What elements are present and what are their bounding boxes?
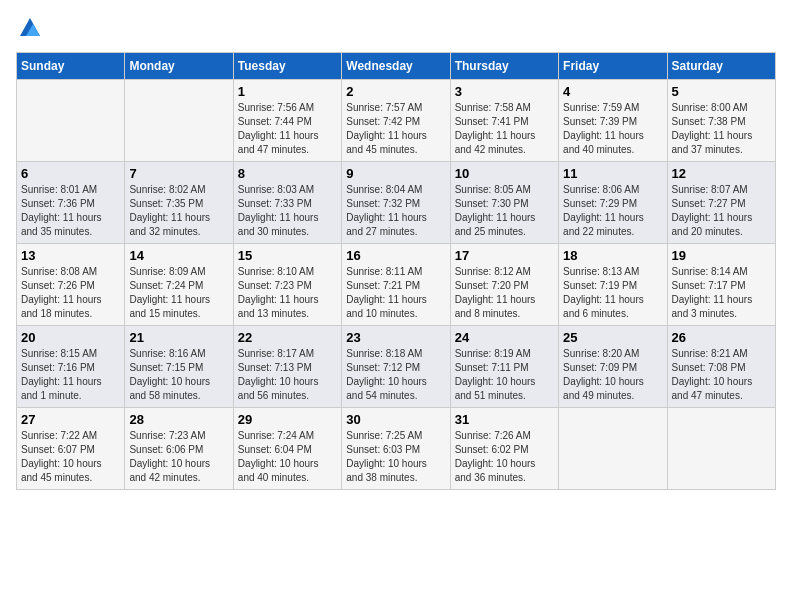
day-detail: Sunrise: 8:05 AM Sunset: 7:30 PM Dayligh… xyxy=(455,184,536,237)
day-number: 25 xyxy=(563,330,662,345)
day-number: 7 xyxy=(129,166,228,181)
day-number: 10 xyxy=(455,166,554,181)
day-cell: 22Sunrise: 8:17 AM Sunset: 7:13 PM Dayli… xyxy=(233,326,341,408)
day-detail: Sunrise: 8:04 AM Sunset: 7:32 PM Dayligh… xyxy=(346,184,427,237)
day-detail: Sunrise: 8:17 AM Sunset: 7:13 PM Dayligh… xyxy=(238,348,319,401)
day-number: 18 xyxy=(563,248,662,263)
day-detail: Sunrise: 8:16 AM Sunset: 7:15 PM Dayligh… xyxy=(129,348,210,401)
day-cell: 3Sunrise: 7:58 AM Sunset: 7:41 PM Daylig… xyxy=(450,80,558,162)
day-number: 17 xyxy=(455,248,554,263)
day-number: 12 xyxy=(672,166,771,181)
day-cell: 18Sunrise: 8:13 AM Sunset: 7:19 PM Dayli… xyxy=(559,244,667,326)
day-number: 24 xyxy=(455,330,554,345)
day-detail: Sunrise: 8:01 AM Sunset: 7:36 PM Dayligh… xyxy=(21,184,102,237)
day-detail: Sunrise: 8:11 AM Sunset: 7:21 PM Dayligh… xyxy=(346,266,427,319)
day-detail: Sunrise: 8:15 AM Sunset: 7:16 PM Dayligh… xyxy=(21,348,102,401)
day-cell xyxy=(559,408,667,490)
day-number: 11 xyxy=(563,166,662,181)
day-number: 30 xyxy=(346,412,445,427)
day-detail: Sunrise: 7:56 AM Sunset: 7:44 PM Dayligh… xyxy=(238,102,319,155)
day-number: 16 xyxy=(346,248,445,263)
header-tuesday: Tuesday xyxy=(233,53,341,80)
day-detail: Sunrise: 8:08 AM Sunset: 7:26 PM Dayligh… xyxy=(21,266,102,319)
day-number: 23 xyxy=(346,330,445,345)
day-cell: 31Sunrise: 7:26 AM Sunset: 6:02 PM Dayli… xyxy=(450,408,558,490)
day-cell xyxy=(667,408,775,490)
day-number: 5 xyxy=(672,84,771,99)
day-number: 4 xyxy=(563,84,662,99)
day-detail: Sunrise: 7:58 AM Sunset: 7:41 PM Dayligh… xyxy=(455,102,536,155)
day-cell: 8Sunrise: 8:03 AM Sunset: 7:33 PM Daylig… xyxy=(233,162,341,244)
day-number: 31 xyxy=(455,412,554,427)
day-number: 1 xyxy=(238,84,337,99)
day-number: 29 xyxy=(238,412,337,427)
calendar-header-row: SundayMondayTuesdayWednesdayThursdayFrid… xyxy=(17,53,776,80)
header-friday: Friday xyxy=(559,53,667,80)
day-detail: Sunrise: 8:02 AM Sunset: 7:35 PM Dayligh… xyxy=(129,184,210,237)
day-cell: 16Sunrise: 8:11 AM Sunset: 7:21 PM Dayli… xyxy=(342,244,450,326)
day-detail: Sunrise: 8:13 AM Sunset: 7:19 PM Dayligh… xyxy=(563,266,644,319)
day-number: 9 xyxy=(346,166,445,181)
day-detail: Sunrise: 8:10 AM Sunset: 7:23 PM Dayligh… xyxy=(238,266,319,319)
day-cell: 24Sunrise: 8:19 AM Sunset: 7:11 PM Dayli… xyxy=(450,326,558,408)
day-detail: Sunrise: 8:06 AM Sunset: 7:29 PM Dayligh… xyxy=(563,184,644,237)
day-detail: Sunrise: 8:09 AM Sunset: 7:24 PM Dayligh… xyxy=(129,266,210,319)
day-detail: Sunrise: 7:23 AM Sunset: 6:06 PM Dayligh… xyxy=(129,430,210,483)
day-cell: 13Sunrise: 8:08 AM Sunset: 7:26 PM Dayli… xyxy=(17,244,125,326)
week-row-2: 6Sunrise: 8:01 AM Sunset: 7:36 PM Daylig… xyxy=(17,162,776,244)
calendar-table: SundayMondayTuesdayWednesdayThursdayFrid… xyxy=(16,52,776,490)
day-cell: 11Sunrise: 8:06 AM Sunset: 7:29 PM Dayli… xyxy=(559,162,667,244)
day-number: 28 xyxy=(129,412,228,427)
day-cell: 20Sunrise: 8:15 AM Sunset: 7:16 PM Dayli… xyxy=(17,326,125,408)
header-monday: Monday xyxy=(125,53,233,80)
day-number: 3 xyxy=(455,84,554,99)
header-saturday: Saturday xyxy=(667,53,775,80)
day-number: 22 xyxy=(238,330,337,345)
day-detail: Sunrise: 8:14 AM Sunset: 7:17 PM Dayligh… xyxy=(672,266,753,319)
page-header xyxy=(16,16,776,40)
logo-icon xyxy=(18,16,42,40)
day-number: 6 xyxy=(21,166,120,181)
day-cell: 29Sunrise: 7:24 AM Sunset: 6:04 PM Dayli… xyxy=(233,408,341,490)
header-sunday: Sunday xyxy=(17,53,125,80)
day-detail: Sunrise: 8:18 AM Sunset: 7:12 PM Dayligh… xyxy=(346,348,427,401)
day-cell: 25Sunrise: 8:20 AM Sunset: 7:09 PM Dayli… xyxy=(559,326,667,408)
day-detail: Sunrise: 8:07 AM Sunset: 7:27 PM Dayligh… xyxy=(672,184,753,237)
day-cell: 7Sunrise: 8:02 AM Sunset: 7:35 PM Daylig… xyxy=(125,162,233,244)
day-number: 2 xyxy=(346,84,445,99)
day-number: 21 xyxy=(129,330,228,345)
day-cell: 15Sunrise: 8:10 AM Sunset: 7:23 PM Dayli… xyxy=(233,244,341,326)
day-detail: Sunrise: 8:00 AM Sunset: 7:38 PM Dayligh… xyxy=(672,102,753,155)
day-cell: 4Sunrise: 7:59 AM Sunset: 7:39 PM Daylig… xyxy=(559,80,667,162)
day-cell: 6Sunrise: 8:01 AM Sunset: 7:36 PM Daylig… xyxy=(17,162,125,244)
day-detail: Sunrise: 7:59 AM Sunset: 7:39 PM Dayligh… xyxy=(563,102,644,155)
day-detail: Sunrise: 7:57 AM Sunset: 7:42 PM Dayligh… xyxy=(346,102,427,155)
day-detail: Sunrise: 7:22 AM Sunset: 6:07 PM Dayligh… xyxy=(21,430,102,483)
day-detail: Sunrise: 8:03 AM Sunset: 7:33 PM Dayligh… xyxy=(238,184,319,237)
day-detail: Sunrise: 8:20 AM Sunset: 7:09 PM Dayligh… xyxy=(563,348,644,401)
day-number: 15 xyxy=(238,248,337,263)
header-wednesday: Wednesday xyxy=(342,53,450,80)
day-cell xyxy=(17,80,125,162)
logo xyxy=(16,16,42,40)
day-detail: Sunrise: 7:26 AM Sunset: 6:02 PM Dayligh… xyxy=(455,430,536,483)
day-detail: Sunrise: 8:12 AM Sunset: 7:20 PM Dayligh… xyxy=(455,266,536,319)
day-detail: Sunrise: 8:19 AM Sunset: 7:11 PM Dayligh… xyxy=(455,348,536,401)
day-cell: 27Sunrise: 7:22 AM Sunset: 6:07 PM Dayli… xyxy=(17,408,125,490)
day-number: 27 xyxy=(21,412,120,427)
header-thursday: Thursday xyxy=(450,53,558,80)
day-detail: Sunrise: 7:24 AM Sunset: 6:04 PM Dayligh… xyxy=(238,430,319,483)
day-cell: 28Sunrise: 7:23 AM Sunset: 6:06 PM Dayli… xyxy=(125,408,233,490)
day-cell: 30Sunrise: 7:25 AM Sunset: 6:03 PM Dayli… xyxy=(342,408,450,490)
day-cell: 14Sunrise: 8:09 AM Sunset: 7:24 PM Dayli… xyxy=(125,244,233,326)
day-number: 14 xyxy=(129,248,228,263)
week-row-5: 27Sunrise: 7:22 AM Sunset: 6:07 PM Dayli… xyxy=(17,408,776,490)
day-number: 13 xyxy=(21,248,120,263)
day-cell: 19Sunrise: 8:14 AM Sunset: 7:17 PM Dayli… xyxy=(667,244,775,326)
day-cell: 23Sunrise: 8:18 AM Sunset: 7:12 PM Dayli… xyxy=(342,326,450,408)
week-row-1: 1Sunrise: 7:56 AM Sunset: 7:44 PM Daylig… xyxy=(17,80,776,162)
day-cell: 26Sunrise: 8:21 AM Sunset: 7:08 PM Dayli… xyxy=(667,326,775,408)
day-cell: 5Sunrise: 8:00 AM Sunset: 7:38 PM Daylig… xyxy=(667,80,775,162)
day-cell: 17Sunrise: 8:12 AM Sunset: 7:20 PM Dayli… xyxy=(450,244,558,326)
day-detail: Sunrise: 8:21 AM Sunset: 7:08 PM Dayligh… xyxy=(672,348,753,401)
